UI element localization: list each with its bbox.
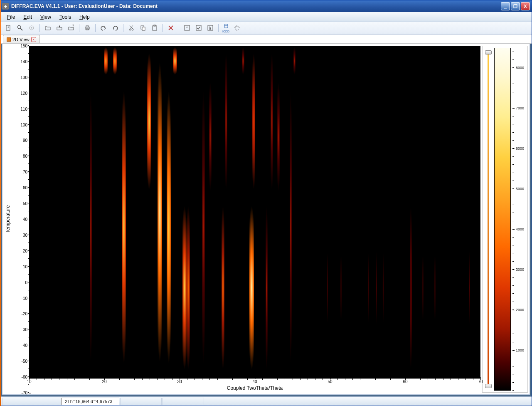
tab-close-button[interactable]: × [31, 37, 36, 42]
diffraction-peak [290, 76, 292, 379]
svg-rect-15 [142, 27, 145, 30]
diffraction-peak [382, 197, 384, 379]
statusbar: 2Th=18,964 d=4,67573 [0, 396, 532, 406]
svg-rect-21 [196, 25, 201, 30]
svg-text:?: ? [72, 25, 74, 27]
delete-icon[interactable] [165, 23, 176, 33]
y-tick: 110 [20, 106, 27, 111]
y-tick: -40 [22, 343, 27, 348]
diffraction-peak [104, 46, 108, 76]
y-tick: -60 [22, 375, 27, 379]
svg-text:+: + [7, 25, 10, 29]
y-tick: -50 [22, 359, 27, 364]
x-tick: 40 [252, 379, 257, 384]
menu-tools[interactable]: Tools [55, 13, 75, 21]
y-axis-label: Temperature [4, 46, 12, 393]
toolbar-separator [163, 24, 163, 32]
y-tick: 100 [20, 122, 27, 127]
menu-file[interactable]: File [3, 13, 19, 21]
y-tick: 80 [23, 154, 27, 158]
cut-icon[interactable] [126, 23, 137, 33]
content-area: Temperature -70-60-50-40-30-20-100102030… [2, 44, 530, 395]
x-tick: 60 [403, 379, 407, 384]
colorbar-tick: 2000 [516, 308, 524, 312]
fit-icon[interactable] [182, 23, 192, 33]
diffraction-peak [271, 46, 273, 197]
paste-icon[interactable] [149, 23, 160, 33]
y-tick: -10 [22, 296, 27, 300]
y-tick: 70 [23, 170, 27, 174]
check-icon[interactable] [193, 23, 204, 33]
status-cell-3 [120, 398, 162, 405]
y-tick: 20 [23, 248, 27, 253]
tabstrip: 2D View × [0, 35, 532, 44]
toolbar: +?ICDD [0, 22, 532, 35]
diffraction-peak [368, 197, 369, 379]
colorbar-gradient [494, 48, 511, 391]
tab-icon [7, 37, 11, 42]
status-cell-1 [2, 398, 60, 405]
colorbar-sliders[interactable] [484, 48, 493, 391]
diffraction-peak [187, 197, 190, 379]
y-axis: -70-60-50-40-30-20-100102030405060708090… [12, 46, 29, 393]
diffraction-peak [410, 197, 412, 379]
diffraction-peak [249, 197, 254, 379]
y-tick: 130 [20, 75, 27, 79]
toolbar-separator [39, 24, 40, 32]
window-title: DIFFRAC.EVA V4.1.1 - User: EvaluationUse… [11, 3, 501, 9]
icdd-icon[interactable]: ICDD [221, 23, 231, 33]
new-icon[interactable]: + [3, 23, 14, 33]
open-up-icon[interactable] [54, 23, 65, 33]
diffraction-peak [242, 46, 244, 76]
tab-2d-view[interactable]: 2D View × [3, 35, 40, 43]
maximize-button[interactable]: ❐ [511, 2, 520, 10]
redo-icon[interactable] [110, 23, 121, 33]
app-icon: ◆ [2, 3, 9, 10]
settings-icon[interactable] [232, 23, 242, 33]
minimize-button[interactable]: _ [501, 2, 510, 10]
slider-thumb-bottom[interactable] [485, 384, 492, 388]
y-tick: 60 [23, 186, 27, 190]
diffraction-peak [340, 197, 342, 379]
menu-help[interactable]: Help [75, 13, 94, 21]
orange-sidebar [0, 0, 1, 406]
menu-view[interactable]: View [36, 13, 55, 21]
close-button[interactable]: X [521, 2, 530, 10]
plot-area[interactable] [29, 46, 480, 379]
svg-line-33 [239, 26, 239, 27]
colorbar-tick: 8000 [516, 66, 524, 70]
diffraction-peak [252, 46, 255, 197]
y-tick: 0 [25, 280, 27, 285]
svg-line-31 [239, 30, 239, 30]
svg-point-10 [129, 29, 131, 30]
diffraction-peak [277, 76, 280, 197]
y-tick: 90 [23, 138, 27, 143]
colorbar-tick: 4000 [516, 227, 524, 231]
titlebar[interactable]: ◆ DIFFRAC.EVA V4.1.1 - User: EvaluationU… [0, 0, 532, 12]
colorbar-tick: 7000 [516, 106, 524, 110]
menu-edit[interactable]: Edit [19, 13, 36, 21]
chart-2d-view[interactable]: Temperature -70-60-50-40-30-20-100102030… [4, 46, 480, 393]
svg-line-12 [130, 25, 133, 29]
y-tick: 120 [20, 91, 27, 95]
copy-icon[interactable] [138, 23, 148, 33]
open-help-icon[interactable]: ? [66, 23, 76, 33]
diffraction-peak [375, 197, 377, 379]
toolbar-separator [218, 24, 219, 32]
y-tick: 30 [23, 233, 27, 237]
open-icon[interactable] [42, 23, 53, 33]
x-tick: 70 [478, 379, 483, 384]
diffraction-peak [225, 46, 227, 197]
slider-thumb-top[interactable] [485, 50, 492, 54]
undo-icon[interactable] [98, 23, 109, 33]
x-tick: 20 [102, 379, 106, 384]
colorbar-tick: 1000 [516, 348, 524, 352]
print-icon[interactable] [82, 23, 93, 33]
cursor-icon[interactable] [205, 23, 216, 33]
diffraction-peak [158, 46, 162, 379]
target-icon[interactable] [26, 23, 37, 33]
x-axis: Coupled TwoTheta/Theta 10203040506070 [29, 379, 480, 393]
diffraction-peak [209, 76, 212, 197]
svg-line-30 [235, 26, 236, 27]
zoom-icon[interactable] [15, 23, 25, 33]
